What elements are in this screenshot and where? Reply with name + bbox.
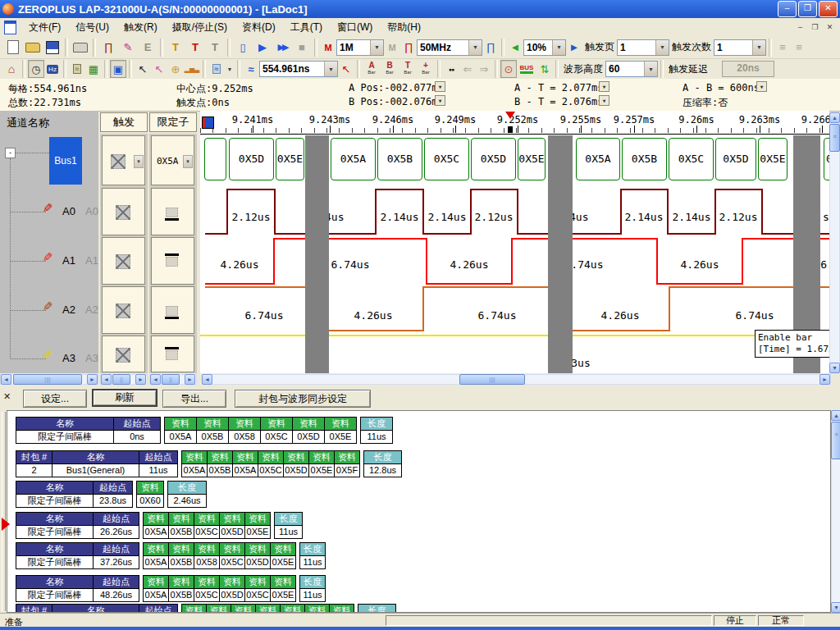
dropdown-arrow-icon[interactable]: ▼: [552, 40, 565, 55]
qualifier-cell-bus1[interactable]: 0X5A▼: [151, 135, 194, 185]
dropdown-arrow-icon[interactable]: ▼: [370, 40, 383, 55]
close-button[interactable]: ✕: [819, 1, 838, 17]
wave-mode-button[interactable]: ≈: [208, 60, 225, 78]
dropdown-arrow-icon[interactable]: ▼: [655, 40, 669, 55]
trigger-cell-bus1[interactable]: ▼: [102, 135, 145, 185]
channel-bus1[interactable]: Bus1: [49, 137, 82, 185]
t-bar-button[interactable]: TBar: [399, 60, 417, 78]
dropdown-arrow-icon[interactable]: ▼: [644, 62, 657, 76]
stack-view2-button[interactable]: ≡: [791, 39, 807, 57]
dropdown-arrow-icon[interactable]: ▼: [183, 155, 193, 168]
goto-trigger-left-button[interactable]: ◄: [507, 39, 523, 57]
a-bar-button[interactable]: ABar: [363, 60, 381, 78]
menu-item-0[interactable]: 文件(F): [21, 18, 68, 37]
trigger-cell-a2[interactable]: [102, 286, 145, 334]
pointer-tool-button[interactable]: ↖: [135, 60, 151, 78]
packet-refresh-button[interactable]: 刷新: [92, 389, 158, 407]
waveform-hscroll-thumb[interactable]: ||||: [459, 374, 525, 385]
panel-close-icon[interactable]: ✕: [3, 392, 11, 400]
qualifier-level-box[interactable]: [166, 306, 178, 316]
packet-settings-button[interactable]: 设定...: [23, 390, 87, 408]
home-button[interactable]: ⌂: [3, 60, 20, 78]
stack-view-button[interactable]: ≡: [774, 39, 791, 57]
trigger-cell-a3[interactable]: [102, 336, 145, 372]
channel-hscroll-thumb[interactable]: ||||: [13, 374, 82, 385]
clock-mode-button[interactable]: ◷: [28, 60, 44, 78]
scroll-right-icon[interactable]: ►: [87, 374, 98, 385]
a-b-dropdown[interactable]: ▼: [756, 81, 767, 92]
scroll-left-icon[interactable]: ◄: [101, 374, 112, 385]
add-bar-button[interactable]: +Bar: [417, 60, 435, 78]
hand-tool-button[interactable]: ⊕: [167, 60, 184, 78]
dropdown-arrow-icon[interactable]: ▼: [324, 62, 337, 76]
capture-e-button[interactable]: E: [138, 39, 158, 57]
scroll-left-icon[interactable]: ◄: [1, 374, 11, 385]
prev-button[interactable]: ⇐: [459, 60, 476, 78]
print-button[interactable]: [71, 39, 90, 57]
trigger-value-box[interactable]: [116, 205, 130, 220]
bus-setup-button[interactable]: BUS: [517, 60, 536, 78]
minimize-button[interactable]: –: [778, 1, 797, 17]
packet-export-button[interactable]: 导出...: [162, 390, 226, 408]
next-button[interactable]: ⇒: [476, 60, 492, 78]
stop-button[interactable]: ■: [292, 39, 312, 57]
pen-icon[interactable]: ✎: [43, 299, 53, 314]
capture-edit-button[interactable]: ✎: [118, 39, 138, 57]
noise-filter-button[interactable]: ⊙: [500, 60, 517, 78]
new-file-button[interactable]: [3, 39, 23, 57]
b-bar-button[interactable]: BBar: [381, 60, 399, 78]
splitter-grip[interactable]: [2, 412, 6, 611]
waveform-window-button[interactable]: ≈: [69, 60, 85, 78]
zoom-combo[interactable]: 10% ▼: [523, 39, 566, 56]
mdi-restore-button[interactable]: ❐: [808, 21, 822, 34]
trigger-wave-button[interactable]: T: [185, 39, 205, 57]
mdi-close-button[interactable]: ✕: [823, 21, 837, 34]
listing-window-button[interactable]: ▦: [85, 60, 102, 78]
bar-chart-button[interactable]: ▂▅▃: [184, 60, 200, 78]
a-pos-dropdown[interactable]: ▼: [435, 81, 445, 92]
scroll-right-icon[interactable]: ►: [819, 374, 830, 385]
trigger-block-button[interactable]: T: [205, 39, 225, 57]
packet-list[interactable]: 名称限定子间隔棒起始点0ns资料0X5A资料0X5B资料0X58资料0X5C资料…: [7, 410, 831, 613]
swap-button[interactable]: ⇅: [536, 60, 553, 78]
sample-rate-combo[interactable]: 50MHz ▼: [417, 39, 482, 56]
qualifier-hscroll-thumb[interactable]: ||: [162, 374, 180, 385]
save-button[interactable]: [43, 39, 62, 57]
scroll-left-icon[interactable]: ◄: [202, 374, 212, 385]
b-t-dropdown[interactable]: ▼: [599, 95, 609, 106]
dropdown-arrow-icon[interactable]: ▼: [134, 155, 144, 168]
qualifier-cell-a0[interactable]: [151, 188, 194, 235]
menu-item-2[interactable]: 触发(R): [116, 18, 165, 37]
qualifier-cell-a3[interactable]: [151, 336, 194, 372]
find-button[interactable]: ●●: [443, 60, 459, 78]
mdi-minimize-button[interactable]: –: [793, 21, 807, 34]
trigger-cell-a0[interactable]: [102, 188, 145, 235]
scroll-down-icon[interactable]: ▼: [831, 602, 840, 613]
navigator-button[interactable]: ▣: [110, 60, 126, 78]
run-repeat-button[interactable]: ▶▶: [272, 39, 292, 57]
pulse-cursor-button[interactable]: ↖: [338, 60, 354, 78]
a-t-dropdown[interactable]: ▼: [599, 81, 609, 92]
scroll-down-icon[interactable]: ▼: [829, 363, 840, 373]
waveform-canvas[interactable]: Enable bar [Time] = 1.673ms 9.241ms9.243…: [200, 111, 829, 373]
trigger-hscroll-thumb[interactable]: ||: [112, 374, 130, 385]
device-port-button[interactable]: ▯: [233, 39, 253, 57]
pen-icon[interactable]: ✎: [43, 348, 53, 363]
pen-icon[interactable]: ✎: [43, 201, 53, 216]
trigger-mark-button[interactable]: T: [166, 39, 185, 57]
wave-height-combo[interactable]: 60 ▼: [605, 61, 658, 77]
menu-item-1[interactable]: 信号(U): [68, 18, 116, 37]
wave-mode-dropdown[interactable]: ▼: [225, 60, 235, 78]
menu-item-7[interactable]: 帮助(H): [380, 18, 428, 37]
menu-item-6[interactable]: 窗口(W): [330, 18, 380, 37]
tree-expander-icon[interactable]: -: [5, 148, 16, 158]
dropdown-arrow-icon[interactable]: ▼: [752, 40, 765, 55]
trigger-count-combo[interactable]: 1 ▼: [714, 39, 766, 56]
qualifier-cell-a1[interactable]: [151, 237, 194, 285]
qualifier-cell-a2[interactable]: [151, 286, 194, 334]
dropdown-arrow-icon[interactable]: ▼: [468, 40, 482, 55]
open-file-button[interactable]: [23, 39, 43, 57]
trigger-value-box[interactable]: [116, 254, 130, 269]
menu-item-4[interactable]: 资料(D): [235, 18, 283, 37]
qualifier-level-box[interactable]: [166, 208, 178, 217]
